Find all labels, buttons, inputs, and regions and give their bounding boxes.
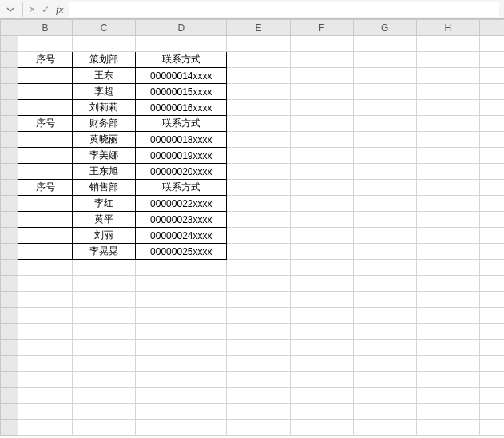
cell[interactable] [18,148,72,164]
table-row: 李红 00000022xxxx [1,196,505,212]
cell[interactable] [18,228,72,244]
cell[interactable]: 李红 [73,196,136,212]
row-header[interactable] [1,68,18,84]
row-header[interactable] [1,52,18,68]
select-all-corner[interactable] [1,20,18,36]
cell[interactable]: 刘丽 [73,228,136,244]
table-row: 王东旭 00000020xxxx [1,164,505,180]
cell[interactable] [18,84,72,100]
cell[interactable]: 李美娜 [73,148,136,164]
enter-icon[interactable]: ✓ [42,4,50,15]
table-row: 李美娜 00000019xxxx [1,148,505,164]
col-header[interactable]: H [416,20,479,36]
row-header[interactable] [1,36,18,52]
row-header[interactable] [1,84,18,100]
cell[interactable]: 黄晓丽 [73,132,136,148]
spreadsheet-grid[interactable]: B C D E F G H I 序号 策划部 联系方式 王东 00000014x… [0,19,504,436]
col-header[interactable]: F [290,20,353,36]
row-header[interactable] [1,164,18,180]
separator [22,2,23,17]
row-header[interactable] [1,276,18,292]
cell[interactable]: 序号 [18,180,72,196]
cell[interactable]: 00000025xxxx [136,244,227,260]
row-header[interactable] [1,404,18,420]
row-header[interactable] [1,324,18,340]
row-header[interactable] [1,292,18,308]
cell[interactable] [18,132,72,148]
formula-input[interactable] [69,2,499,17]
name-box-dropdown-icon[interactable] [5,4,16,15]
col-header[interactable]: D [136,20,227,36]
row-header[interactable] [1,388,18,404]
row-header[interactable] [1,116,18,132]
cell[interactable]: 00000014xxxx [136,68,227,84]
row-header[interactable] [1,196,18,212]
cell[interactable] [18,164,72,180]
table-row: 黄晓丽 00000018xxxx [1,132,505,148]
cell[interactable] [18,196,72,212]
table-row: 刘丽 00000024xxxx [1,228,505,244]
row-header[interactable] [1,340,18,356]
table-row: 刘莉莉 00000016xxxx [1,100,505,116]
cancel-icon[interactable]: × [30,4,35,15]
cell[interactable]: 销售部 [73,180,136,196]
row-header[interactable] [1,372,18,388]
cell[interactable]: 00000019xxxx [136,148,227,164]
cell[interactable]: 李超 [73,84,136,100]
cell[interactable]: 00000022xxxx [136,196,227,212]
cell[interactable]: 王东 [73,68,136,84]
cell[interactable]: 序号 [18,52,72,68]
cell[interactable]: 刘莉莉 [73,100,136,116]
row-header[interactable] [1,308,18,324]
sheet-area[interactable]: B C D E F G H I 序号 策划部 联系方式 王东 00000014x… [0,19,504,438]
cell[interactable]: 00000024xxxx [136,228,227,244]
table-row: 王东 00000014xxxx [1,68,505,84]
column-header-row: B C D E F G H I [1,20,505,36]
col-header[interactable]: I [479,20,504,36]
cell[interactable]: 财务部 [73,116,136,132]
cell[interactable]: 00000018xxxx [136,132,227,148]
cell[interactable] [18,212,72,228]
cell[interactable]: 王东旭 [73,164,136,180]
row-header[interactable] [1,356,18,372]
cell[interactable]: 策划部 [73,52,136,68]
table-row: 黄平 00000023xxxx [1,212,505,228]
cell[interactable]: 黄平 [73,212,136,228]
cell[interactable]: 联系方式 [136,116,227,132]
cell[interactable]: 联系方式 [136,180,227,196]
formula-bar: × ✓ fx [0,0,504,19]
col-header[interactable]: G [353,20,416,36]
table-row: 李晃晃 00000025xxxx [1,244,505,260]
cell[interactable]: 00000020xxxx [136,164,227,180]
cell[interactable]: 00000015xxxx [136,84,227,100]
row-header[interactable] [1,100,18,116]
cell[interactable] [18,68,72,84]
row-header[interactable] [1,148,18,164]
cell[interactable] [18,244,72,260]
cell[interactable]: 序号 [18,116,72,132]
cell[interactable]: 联系方式 [136,52,227,68]
row-header[interactable] [1,228,18,244]
group-header-row: 序号 财务部 联系方式 [1,116,505,132]
row-header[interactable] [1,260,18,276]
cell[interactable]: 李晃晃 [73,244,136,260]
cell[interactable]: 00000023xxxx [136,212,227,228]
col-header[interactable]: E [227,20,290,36]
table-row: 李超 00000015xxxx [1,84,505,100]
fx-icon[interactable]: fx [56,3,63,16]
col-header[interactable]: C [73,20,136,36]
row-header[interactable] [1,244,18,260]
col-header[interactable]: B [18,20,72,36]
row-header[interactable] [1,180,18,196]
group-header-row: 序号 策划部 联系方式 [1,52,505,68]
group-header-row: 序号 销售部 联系方式 [1,180,505,196]
row-header[interactable] [1,420,18,436]
cell[interactable]: 00000016xxxx [136,100,227,116]
row-header[interactable] [1,212,18,228]
row-header[interactable] [1,132,18,148]
cell[interactable] [18,100,72,116]
